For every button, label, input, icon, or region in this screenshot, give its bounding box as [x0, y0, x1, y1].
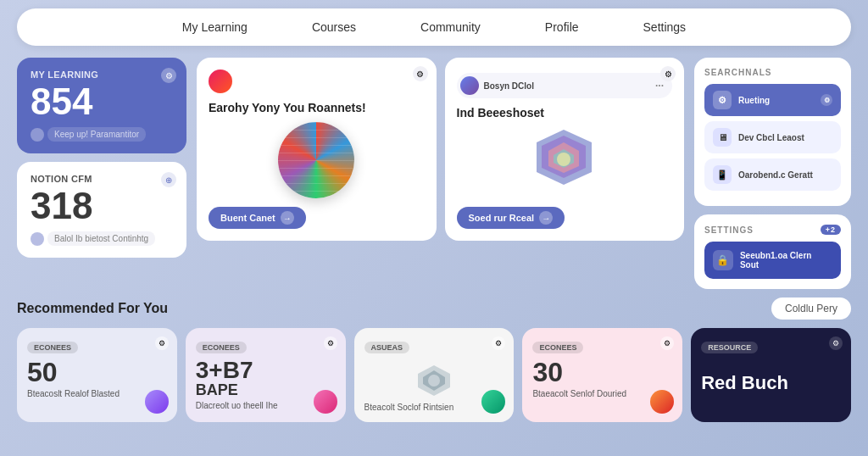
right-sidebar: SEARCHNALS ⚙ Rueting ⚙ 🖥 Dev Cbcl Leaost…	[694, 58, 851, 289]
rec-card-2-avatar	[314, 390, 337, 414]
profile-in-card: Bosyn DClol ···	[457, 73, 673, 98]
left-stats-column: My Learning ⚙ 854 Keep up! Paramantitor …	[17, 58, 186, 289]
feature-right-settings-icon[interactable]: ⚙	[660, 66, 676, 81]
my-learning-dropdown[interactable]: Keep up! Paramantitor	[47, 127, 146, 142]
recommended-title: Recommended For You	[17, 301, 168, 316]
rec-card-2: ⚙ ECONEES 3+B7 BAPE Dlacreolt uo theell …	[186, 328, 346, 422]
rec-card-2-number: 3+B7	[196, 359, 336, 382]
rec-card-1: ⚙ ECONEES 50 Bteacoslt Realof Blasted	[17, 328, 177, 422]
rec-card-5: ⚙ RESOURCE Red Buch	[691, 328, 851, 422]
rec-card-2-badge: ECONEES	[196, 342, 247, 353]
feature-left-icon	[209, 70, 232, 93]
my-learning-subtitle: Keep up! Paramantitor	[31, 127, 173, 142]
feature-cards-row: ⚙ Earohy Yony You Roannets! Buent Canet …	[197, 58, 684, 241]
rec-card-4-number: 30	[532, 359, 672, 386]
profile-avatar	[460, 76, 479, 95]
feature-left-arrow-icon: →	[281, 211, 294, 225]
rec-card-4-gear-icon[interactable]: ⚙	[660, 336, 674, 350]
recommended-header: Recommended For You Coldlu Pery	[17, 298, 851, 320]
rec-card-2-gear-icon[interactable]: ⚙	[324, 336, 337, 350]
notion-cfm-settings-icon[interactable]: ⊕	[161, 172, 176, 187]
rec-card-4-avatar	[650, 390, 674, 414]
rec-card-4-badge: ECONEES	[532, 342, 583, 353]
my-learning-settings-icon[interactable]: ⚙	[161, 68, 176, 83]
feature-right-title: Ind Beeeshoset	[457, 105, 673, 120]
notion-cfm-number: 318	[31, 187, 173, 225]
notion-cfm-avatar	[31, 232, 44, 246]
nav-community[interactable]: Community	[414, 17, 487, 37]
settings-action-btn[interactable]: 🔒 Seeubn1.oa Clern Sout	[704, 242, 841, 279]
recommended-cards: ⚙ ECONEES 50 Bteacoslt Realof Blasted ⚙ …	[17, 328, 851, 422]
globe-visual	[278, 122, 354, 198]
my-learning-title: My Learning	[31, 70, 173, 80]
feature-left-settings-icon[interactable]: ⚙	[413, 66, 428, 81]
feature-right-action-label: Soed rur Rceal	[469, 213, 535, 223]
searchnals-header-label: Rueting	[738, 96, 821, 105]
recommended-section: Recommended For You Coldlu Pery ⚙ ECONEE…	[0, 298, 868, 431]
notion-cfm-subtitle: Balol Ib bietost Continhtg	[31, 231, 173, 246]
rec-card-1-badge: ECONEES	[27, 342, 78, 353]
feature-left-action-btn[interactable]: Buent Canet →	[209, 207, 306, 229]
middle-feature-column: ⚙ Earohy Yony You Roannets! Buent Canet …	[197, 58, 684, 289]
rec-card-5-badge: RESOURCE	[701, 342, 758, 353]
rec-card-5-number: Red Buch	[701, 372, 841, 394]
searchnals-item-1[interactable]: 🖥 Dev Cbcl Leaost	[704, 121, 841, 153]
rec-card-4: ⚙ ECONEES 30 Btaeacolt Senlof Douried	[522, 328, 682, 422]
main-nav: My Learning Courses Community Profile Se…	[17, 8, 851, 46]
rec-card-3: ⚙ ASUEAS Bteacolt Soclof Rintsien	[354, 328, 515, 422]
searchnals-item1-label: Dev Cbcl Leaost	[738, 133, 832, 142]
searchnals-item-2[interactable]: 📱 Oarobend.c Geratt	[704, 158, 841, 191]
settings-badge: +2	[821, 225, 841, 235]
nav-profile[interactable]: Profile	[538, 17, 586, 37]
rec-card-1-gear-icon[interactable]: ⚙	[155, 336, 169, 350]
searchnals-header-icon: ⚙	[713, 91, 732, 109]
profile-dots-icon[interactable]: ···	[655, 80, 664, 92]
feature-card-left: ⚙ Earohy Yony You Roannets! Buent Canet …	[197, 58, 437, 241]
rec-card-3-gear-icon[interactable]: ⚙	[492, 336, 505, 350]
searchnals-header-item[interactable]: ⚙ Rueting ⚙	[704, 84, 841, 116]
searchnals-section: SEARCHNALS ⚙ Rueting ⚙ 🖥 Dev Cbcl Leaost…	[694, 58, 851, 206]
rec-card-3-badge: ASUEAS	[364, 342, 410, 353]
settings-action-label: Seeubn1.oa Clern Sout	[740, 251, 832, 270]
settings-title: SETTINGS +2	[704, 225, 841, 235]
rec-card-1-number: 50	[27, 359, 167, 386]
nav-settings[interactable]: Settings	[637, 17, 693, 37]
nav-courses[interactable]: Courses	[305, 17, 363, 37]
searchnals-item2-label: Oarobend.c Geratt	[738, 170, 832, 180]
notion-cfm-card: Notion CFM ⊕ 318 Balol Ib bietost Contin…	[17, 162, 186, 258]
polygon-visual	[528, 125, 600, 189]
my-learning-card: My Learning ⚙ 854 Keep up! Paramantitor	[17, 58, 186, 153]
feature-left-title: Earohy Yony You Roannets!	[209, 100, 425, 115]
nav-my-learning[interactable]: My Learning	[175, 17, 254, 37]
profile-name: Bosyn DClol	[484, 81, 534, 91]
settings-section: SETTINGS +2 🔒 Seeubn1.oa Clern Sout	[694, 214, 851, 289]
settings-action-icon: 🔒	[713, 250, 733, 270]
searchnals-item2-icon: 📱	[713, 165, 732, 184]
feature-card-right: ⚙ Bosyn DClol ··· Ind Beeeshoset	[445, 58, 685, 241]
feature-right-action-btn[interactable]: Soed rur Rceal →	[457, 207, 565, 229]
rec-card-3-visual	[413, 362, 455, 399]
feature-left-action-label: Buent Canet	[220, 213, 275, 223]
my-learning-number: 854	[31, 83, 173, 120]
rec-card-1-avatar	[145, 390, 169, 414]
my-learning-avatar	[31, 128, 44, 142]
notion-cfm-title: Notion CFM	[31, 174, 173, 184]
notion-cfm-dropdown[interactable]: Balol Ib bietost Continhtg	[47, 231, 155, 246]
view-all-button[interactable]: Coldlu Pery	[771, 298, 851, 320]
searchnals-header-gear-icon[interactable]: ⚙	[821, 94, 832, 106]
svg-point-7	[428, 375, 440, 386]
svg-point-4	[557, 153, 570, 166]
feature-right-arrow-icon: →	[539, 211, 553, 225]
searchnals-item1-icon: 🖥	[713, 128, 732, 147]
main-content: My Learning ⚙ 854 Keep up! Paramantitor …	[0, 46, 868, 298]
searchnals-title: SEARCHNALS	[704, 68, 841, 77]
rec-card-5-gear-icon[interactable]: ⚙	[829, 336, 843, 350]
